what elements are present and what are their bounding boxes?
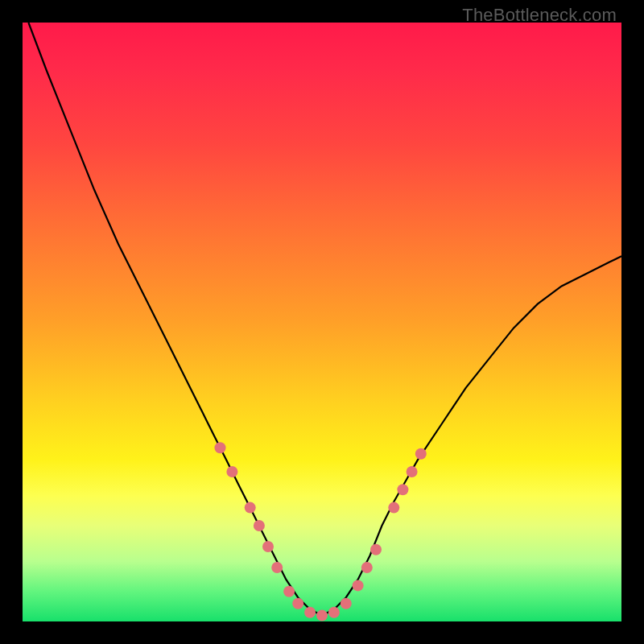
curve-marker (271, 562, 283, 573)
curve-marker (245, 502, 256, 514)
chart-frame: TheBottleneck.com (0, 0, 644, 644)
curve-marker (215, 442, 226, 453)
curve-marker (407, 466, 418, 477)
curve-marker (353, 580, 364, 591)
curve-marker (304, 607, 316, 618)
curve-marker (292, 598, 303, 609)
marker-group (215, 442, 427, 621)
bottleneck-curve-path (28, 23, 621, 616)
curve-marker (262, 541, 274, 552)
curve-marker (328, 607, 340, 618)
curve-marker (370, 544, 382, 555)
curve-marker (283, 586, 295, 597)
curve-marker (397, 484, 408, 495)
curve-marker (226, 466, 237, 477)
curve-marker (388, 502, 399, 514)
curve-layer (23, 23, 621, 621)
gradient-plot-area (23, 23, 621, 621)
curve-marker (316, 610, 328, 621)
watermark-text: TheBottleneck.com (462, 5, 617, 26)
curve-marker (415, 448, 427, 460)
curve-marker (361, 562, 373, 573)
curve-marker (341, 598, 352, 609)
curve-marker (254, 520, 265, 531)
